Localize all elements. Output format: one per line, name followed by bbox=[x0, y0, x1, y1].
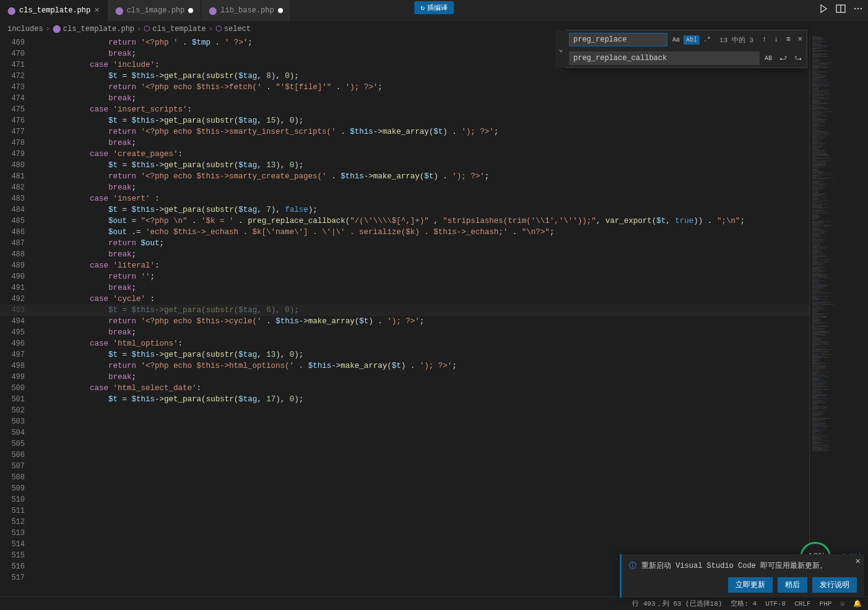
split-editor-icon[interactable] bbox=[836, 4, 846, 16]
php-icon: ⬤ bbox=[115, 6, 123, 15]
sync-icon: ↻ bbox=[420, 4, 425, 12]
close-find-icon[interactable]: × bbox=[796, 34, 805, 45]
code-area[interactable]: return '<?php ' . $tmp . ' ?>'; break; c… bbox=[34, 36, 809, 603]
tab-label: cls_template.php bbox=[19, 6, 90, 15]
php-icon: ⬤ bbox=[7, 6, 15, 15]
replace-all-icon[interactable]: ⮑ bbox=[792, 53, 804, 64]
breadcrumb-method[interactable]: select bbox=[224, 25, 251, 33]
editor[interactable]: 469 470 471 472 473 474 475 476 477 478 … bbox=[0, 36, 868, 603]
tab-label: cls_image.php bbox=[127, 6, 185, 15]
match-count: 13 中的 3 bbox=[716, 35, 757, 45]
info-icon: ⓘ bbox=[629, 560, 636, 571]
modified-dot-icon bbox=[188, 8, 193, 13]
regex-button[interactable]: .* bbox=[701, 35, 713, 45]
update-notification: × ⓘ 重新启动 Visual Studio Code 即可应用最新更新。 立即… bbox=[620, 554, 864, 598]
status-language[interactable]: PHP bbox=[820, 600, 832, 608]
status-cursor[interactable]: 行 493，列 63 (已选择18) bbox=[632, 599, 722, 608]
tab-lib-base[interactable]: ⬤ lib_base.php bbox=[201, 0, 290, 21]
status-encoding[interactable]: UTF-8 bbox=[765, 600, 786, 608]
search-input[interactable] bbox=[569, 33, 667, 46]
tab-cls-template[interactable]: ⬤ cls_template.php × bbox=[0, 0, 108, 21]
status-bar: 行 493，列 63 (已选择18) 空格: 4 UTF-8 CRLF PHP … bbox=[0, 596, 868, 610]
status-spaces[interactable]: 空格: 4 bbox=[731, 599, 757, 608]
toggle-replace-icon[interactable]: ⌄ bbox=[555, 30, 566, 68]
status-eol[interactable]: CRLF bbox=[794, 600, 810, 608]
prev-match-icon[interactable]: ↑ bbox=[760, 34, 769, 45]
method-icon: ⬡ bbox=[215, 24, 222, 33]
breadcrumb-root[interactable]: includes bbox=[7, 25, 43, 33]
run-icon[interactable] bbox=[818, 4, 828, 16]
close-notification-icon[interactable]: × bbox=[856, 557, 861, 567]
replace-one-icon[interactable]: ⮐ bbox=[777, 53, 789, 64]
tab-label: lib_base.php bbox=[220, 6, 274, 15]
whole-word-button[interactable]: Abl bbox=[684, 35, 700, 45]
bell-icon[interactable]: 🔔 bbox=[853, 599, 862, 608]
chevron-right-icon: › bbox=[46, 25, 50, 33]
update-later-button[interactable]: 稍后 bbox=[778, 577, 807, 593]
close-icon[interactable]: × bbox=[94, 6, 99, 15]
svg-point-4 bbox=[861, 8, 862, 10]
match-case-button[interactable]: Aa bbox=[670, 35, 682, 45]
pill-label: 插编译 bbox=[427, 3, 448, 12]
tab-cls-image[interactable]: ⬤ cls_image.php bbox=[108, 0, 202, 21]
more-icon[interactable] bbox=[853, 4, 863, 16]
breadcrumb-file[interactable]: cls_template.php bbox=[63, 25, 134, 33]
find-replace-widget: ⌄ Aa Abl .* 13 中的 3 ↑ ↓ ≡ × AB ⮐ ⮑ bbox=[566, 30, 807, 68]
svg-point-2 bbox=[854, 8, 856, 10]
notification-text: 重新启动 Visual Studio Code 即可应用最新更新。 bbox=[641, 560, 827, 571]
chevron-right-icon: › bbox=[209, 25, 213, 33]
breadcrumb-class[interactable]: cls_template bbox=[152, 25, 206, 33]
svg-point-3 bbox=[857, 8, 859, 10]
release-notes-button[interactable]: 发行说明 bbox=[812, 577, 857, 593]
update-now-button[interactable]: 立即更新 bbox=[728, 577, 773, 593]
line-gutter: 469 470 471 472 473 474 475 476 477 478 … bbox=[0, 36, 34, 603]
php-icon: ⬤ bbox=[209, 6, 217, 15]
modified-dot-icon bbox=[278, 8, 283, 13]
editor-actions bbox=[818, 4, 863, 16]
replace-input[interactable] bbox=[569, 51, 760, 65]
top-center-pill[interactable]: ↻ 插编译 bbox=[414, 1, 454, 14]
chevron-right-icon: › bbox=[137, 25, 141, 33]
php-icon: ⬤ bbox=[53, 24, 61, 33]
feedback-icon[interactable]: ☺ bbox=[840, 600, 844, 608]
selection-icon[interactable]: ≡ bbox=[783, 34, 792, 45]
preserve-case-button[interactable]: AB bbox=[762, 54, 775, 63]
next-match-icon[interactable]: ↓ bbox=[771, 34, 781, 45]
minimap[interactable] bbox=[809, 36, 868, 603]
class-icon: ⬡ bbox=[144, 24, 150, 33]
